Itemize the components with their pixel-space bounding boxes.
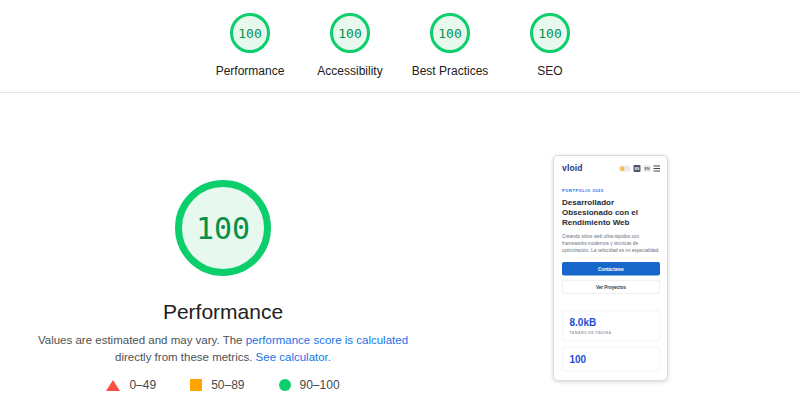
- seo-gauge-small: 100: [530, 13, 570, 53]
- description-text-1: Values are estimated and may vary. The: [38, 334, 246, 346]
- portfolio-eyebrow: PORTFOLIO 2025: [562, 189, 660, 194]
- best-practices-label: Best Practices: [412, 64, 489, 78]
- summary-item-performance[interactable]: 100 Performance: [200, 13, 300, 78]
- hero-paragraph: Creando sitios web ultra-rápidos con fra…: [562, 233, 660, 254]
- lighthouse-report: { "colors": { "pass_green": "#0cce6b", "…: [0, 0, 800, 411]
- score-legend: 0–49 50–89 90–100: [28, 378, 418, 392]
- final-screenshot-thumbnail[interactable]: vloid ES EN PORTFOLIO 2025 Desarrollador…: [553, 155, 668, 381]
- lang-button-es: ES: [634, 165, 641, 172]
- summary-item-seo[interactable]: 100 SEO: [500, 13, 600, 78]
- pass-range-label: 90–100: [300, 378, 340, 392]
- average-range-label: 50–89: [211, 378, 244, 392]
- performance-section: 100 Performance Values are estimated and…: [28, 180, 418, 392]
- screenshot-header: vloid ES EN: [562, 164, 660, 174]
- performance-section-title: Performance: [28, 300, 418, 324]
- performance-gauge-large-score: 100: [196, 211, 250, 246]
- seo-label: SEO: [537, 64, 562, 78]
- best-practices-score: 100: [438, 26, 461, 41]
- performance-description: Values are estimated and may vary. The p…: [34, 332, 412, 365]
- fail-triangle-icon: [106, 380, 120, 391]
- accessibility-score: 100: [338, 26, 361, 41]
- section-divider: [0, 92, 800, 93]
- performance-gauge-small: 100: [230, 13, 270, 53]
- screenshot-page: vloid ES EN PORTFOLIO 2025 Desarrollador…: [554, 156, 668, 381]
- page-size-stat-card: 8.0kB TAMAÑO DE PÁGINA: [562, 311, 660, 342]
- performance-label: Performance: [216, 64, 285, 78]
- vloid-logo: vloid: [562, 164, 583, 174]
- summary-item-best-practices[interactable]: 100 Best Practices: [400, 13, 500, 78]
- description-text-2: directly from these metrics.: [115, 351, 256, 363]
- page-size-value: 8.0kB: [570, 317, 653, 329]
- sun-icon: [620, 166, 625, 171]
- score-stat-value: 100: [570, 354, 653, 366]
- performance-score: 100: [238, 26, 261, 41]
- fail-range-label: 0–49: [129, 378, 156, 392]
- summary-item-accessibility[interactable]: 100 Accessibility: [300, 13, 400, 78]
- legend-item-fail: 0–49: [106, 378, 156, 392]
- projects-button: Ver Proyectos: [562, 280, 660, 294]
- legend-item-pass: 90–100: [279, 378, 340, 392]
- performance-gauge-large: 100: [175, 180, 271, 276]
- legend-item-average: 50–89: [190, 378, 244, 392]
- page-size-label: TAMAÑO DE PÁGINA: [570, 331, 653, 335]
- accessibility-label: Accessibility: [317, 64, 382, 78]
- pass-circle-icon: [279, 379, 291, 391]
- score-calculation-link[interactable]: performance score is calculated: [246, 334, 408, 346]
- lang-button-en: EN: [644, 165, 651, 172]
- screenshot-header-controls: ES EN: [619, 165, 660, 172]
- seo-score: 100: [538, 26, 561, 41]
- best-practices-gauge-small: 100: [430, 13, 470, 53]
- hero-heading: Desarrollador Obsesionado con el Rendimi…: [562, 197, 660, 227]
- average-square-icon: [190, 379, 202, 391]
- hamburger-menu-icon: [654, 166, 661, 172]
- score-stat-card: 100: [562, 347, 660, 372]
- category-summary-row: 100 Performance 100 Accessibility 100 Be…: [0, 13, 800, 78]
- theme-toggle: [619, 166, 631, 172]
- accessibility-gauge-small: 100: [330, 13, 370, 53]
- see-calculator-link[interactable]: See calculator.: [256, 351, 331, 363]
- contact-button: Contáctame: [562, 262, 660, 276]
